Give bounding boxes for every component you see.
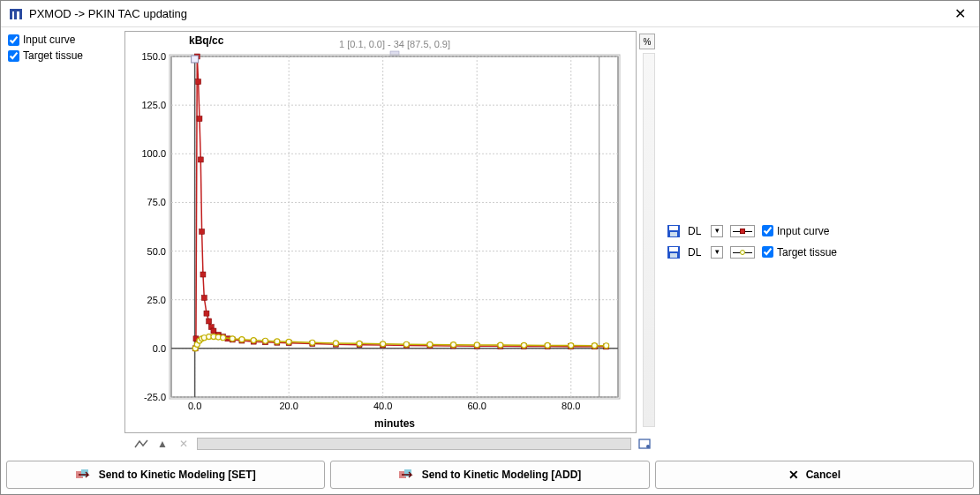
send-set-label: Send to Kinetic Modeling [SET]: [99, 469, 256, 481]
svg-point-88: [275, 339, 280, 344]
svg-rect-111: [669, 247, 678, 251]
svg-rect-109: [670, 232, 677, 236]
svg-point-100: [545, 342, 550, 348]
svg-point-95: [427, 341, 433, 347]
svg-point-87: [263, 338, 268, 343]
svg-point-92: [357, 341, 362, 346]
legend-checkbox-input-curve[interactable]: Input curve: [762, 224, 829, 238]
svg-point-93: [381, 341, 386, 347]
svg-rect-3: [19, 9, 22, 19]
cancel-icon: ✕: [788, 468, 799, 482]
checkbox-input-curve-box[interactable]: [8, 34, 19, 46]
legend-row-target-tissue: DL ▾ Target tissue: [667, 242, 967, 263]
svg-text:kBq/cc: kBq/cc: [189, 34, 224, 47]
checkbox-target-tissue-box[interactable]: [8, 50, 19, 62]
svg-rect-43: [197, 116, 202, 122]
delete-icon[interactable]: ✕: [176, 437, 192, 451]
app-icon: [8, 6, 24, 22]
legend-panel: DL ▾ Input curve DL ▾: [654, 27, 979, 455]
checkbox-target-tissue-label: Target tissue: [23, 49, 83, 62]
svg-text:75.0: 75.0: [147, 197, 166, 207]
chart-toolbar: ▲ ✕: [124, 433, 654, 451]
svg-rect-45: [200, 229, 205, 235]
kinetic-icon: [76, 469, 92, 481]
svg-text:minutes: minutes: [374, 417, 415, 430]
svg-point-97: [474, 342, 479, 348]
title-bar: PXMOD -> PKIN TAC updating ✕: [1, 1, 979, 27]
checkbox-target-tissue[interactable]: Target tissue: [8, 49, 117, 63]
svg-rect-42: [196, 79, 201, 85]
vertical-slider[interactable]: [643, 53, 655, 427]
svg-text:25.0: 25.0: [147, 295, 166, 305]
swatch-target-tissue[interactable]: [730, 246, 755, 259]
legend-row-input-curve: DL ▾ Input curve: [667, 221, 967, 242]
line-style-icon[interactable]: [133, 437, 149, 451]
svg-point-103: [604, 343, 609, 349]
triangle-up-icon[interactable]: ▲: [155, 437, 170, 451]
chart-area[interactable]: kBq/cc1 [0.1, 0.0] - 34 [87.5, 0.9]0.020…: [124, 31, 637, 433]
legend-checkbox-target-tissue-box[interactable]: [762, 246, 773, 258]
button-row: Send to Kinetic Modeling [SET] Send to K…: [1, 455, 979, 494]
svg-rect-104: [192, 56, 199, 63]
percent-icon: %: [644, 37, 652, 47]
svg-text:80.0: 80.0: [562, 401, 580, 411]
percent-button[interactable]: %: [639, 34, 655, 49]
close-button[interactable]: ✕: [947, 2, 972, 26]
legend-label-target-tissue: Target tissue: [777, 246, 837, 259]
send-add-label: Send to Kinetic Modeling [ADD]: [422, 469, 582, 481]
close-icon: ✕: [954, 5, 966, 22]
window-title: PXMOD -> PKIN TAC updating: [29, 7, 947, 20]
svg-text:0.0: 0.0: [153, 343, 166, 354]
svg-text:0.0: 0.0: [188, 401, 201, 411]
checkbox-input-curve-label: Input curve: [23, 34, 75, 46]
svg-point-98: [498, 342, 503, 348]
save-icon[interactable]: [667, 245, 681, 259]
kinetic-icon: [399, 469, 415, 481]
legend-checkbox-target-tissue[interactable]: Target tissue: [762, 245, 837, 259]
svg-rect-112: [670, 253, 677, 258]
svg-text:100.0: 100.0: [141, 148, 166, 159]
svg-rect-48: [204, 311, 209, 316]
checkbox-input-curve[interactable]: Input curve: [8, 33, 117, 47]
svg-point-96: [451, 342, 456, 348]
send-set-button[interactable]: Send to Kinetic Modeling [SET]: [6, 461, 325, 489]
legend-dropdown-1[interactable]: ▾: [711, 225, 723, 237]
svg-text:150.0: 150.0: [141, 51, 166, 62]
svg-text:20.0: 20.0: [279, 401, 298, 411]
cancel-label: Cancel: [806, 469, 841, 481]
legend-dl-label: DL: [688, 246, 704, 259]
svg-point-83: [221, 335, 226, 341]
svg-text:50.0: 50.0: [147, 246, 166, 257]
svg-point-106: [646, 445, 650, 448]
svg-point-89: [286, 339, 291, 344]
svg-text:40.0: 40.0: [373, 401, 392, 411]
legend-label-input-curve: Input curve: [777, 225, 829, 237]
swatch-input-curve[interactable]: [730, 225, 755, 237]
svg-point-94: [403, 341, 409, 347]
svg-text:60.0: 60.0: [467, 401, 486, 411]
cancel-button[interactable]: ✕ Cancel: [655, 461, 974, 489]
svg-rect-108: [669, 226, 678, 230]
legend-dropdown-2[interactable]: ▾: [711, 246, 723, 259]
svg-rect-47: [201, 296, 207, 301]
chart-panel: kBq/cc1 [0.1, 0.0] - 34 [87.5, 0.9]0.020…: [124, 27, 654, 455]
svg-text:125.0: 125.0: [141, 100, 166, 110]
send-add-button[interactable]: Send to Kinetic Modeling [ADD]: [330, 461, 649, 489]
legend-dl-label: DL: [688, 225, 704, 237]
save-icon[interactable]: [667, 224, 681, 238]
svg-point-91: [333, 341, 338, 346]
svg-point-90: [310, 340, 315, 345]
chart-svg: kBq/cc1 [0.1, 0.0] - 34 [87.5, 0.9]0.020…: [125, 32, 636, 432]
svg-rect-44: [198, 157, 203, 162]
horizontal-scrollbar[interactable]: [197, 438, 631, 450]
svg-text:-25.0: -25.0: [144, 392, 166, 402]
svg-rect-46: [200, 272, 206, 277]
expand-icon[interactable]: [637, 437, 652, 451]
svg-point-85: [239, 337, 245, 342]
svg-point-101: [569, 343, 574, 349]
svg-point-99: [521, 342, 526, 348]
legend-checkbox-input-curve-box[interactable]: [762, 225, 773, 236]
series-toggle-panel: Input curve Target tissue: [1, 27, 124, 455]
svg-rect-49: [207, 319, 212, 324]
svg-point-86: [251, 338, 256, 343]
